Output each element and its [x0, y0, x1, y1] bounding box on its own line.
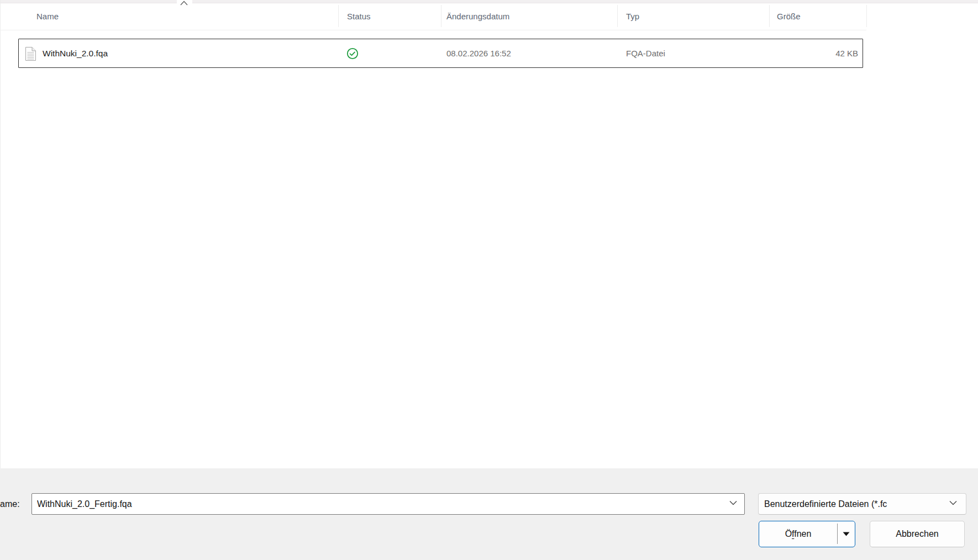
check-circle-synced-icon [346, 47, 359, 60]
file-modified-cell: 08.02.2026 16:52 [446, 39, 511, 68]
file-type-cell: FQA-Datei [626, 39, 665, 68]
list-left-border [0, 0, 1, 468]
column-header-status[interactable]: Status [347, 4, 371, 29]
header-bottom-border [0, 30, 866, 30]
column-header-size[interactable]: Größe [777, 4, 801, 29]
open-button-label-rest: fnen [794, 529, 811, 538]
column-header-modified[interactable]: Änderungsdatum [446, 4, 509, 29]
open-dropdown-button[interactable] [838, 521, 854, 546]
cancel-button[interactable]: Abbrechen [870, 521, 965, 547]
open-split-button: Öffnen [759, 521, 855, 547]
filetype-select[interactable]: Benutzerdefinierte Dateien (*.fc [758, 493, 966, 515]
column-resize-handle[interactable] [617, 5, 618, 27]
open-button[interactable]: Öffnen [759, 521, 837, 546]
triangle-down-icon [843, 532, 850, 536]
file-name-cell: WithNuki_2.0.fqa [43, 39, 108, 68]
column-header-name[interactable]: Name [36, 4, 59, 29]
column-header-type[interactable]: Typ [626, 4, 639, 29]
file-size-cell: 42 KB [769, 39, 858, 68]
list-top-strip [0, 0, 978, 3]
column-resize-handle[interactable] [338, 5, 339, 27]
open-button-label: Ö [785, 529, 792, 538]
chevron-up-sort-icon [180, 1, 188, 6]
file-open-dialog: Name Status Änderungsdatum Typ Größe Wit… [0, 0, 978, 560]
filename-history-chevron-down-icon[interactable] [729, 500, 737, 505]
document-icon [25, 46, 36, 61]
file-row[interactable] [18, 39, 863, 68]
column-resize-handle[interactable] [866, 5, 867, 27]
column-resize-handle[interactable] [441, 5, 441, 27]
filename-label: ame: [0, 493, 20, 515]
column-resize-handle[interactable] [769, 5, 770, 27]
filename-input[interactable] [31, 493, 745, 515]
filetype-chevron-down-icon [949, 500, 957, 505]
